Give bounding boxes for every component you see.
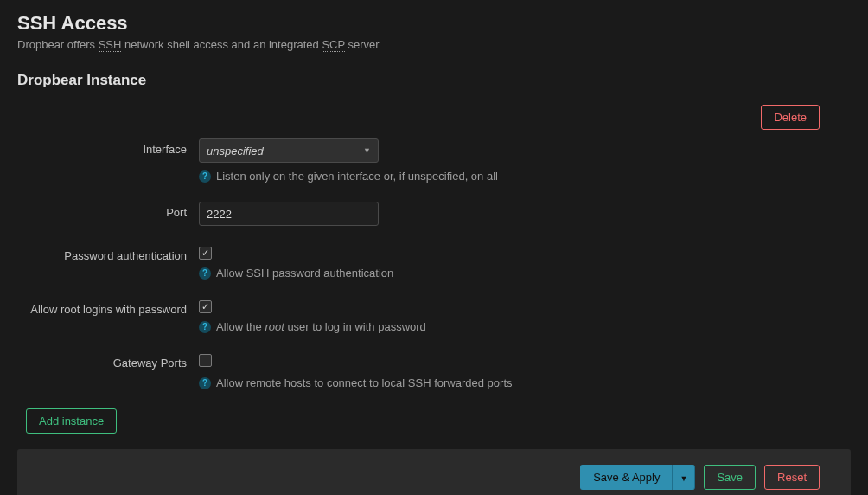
chevron-down-icon: ▼ <box>680 474 687 483</box>
hint-text: password authentication <box>269 267 393 280</box>
ssh-abbr: SSH <box>99 38 122 52</box>
gateway-hint: Allow remote hosts to connect to local S… <box>216 376 513 389</box>
subtitle-text: server <box>345 38 380 51</box>
action-bar: Save & Apply ▼ Save Reset <box>17 449 851 495</box>
hint-text: user to log in with password <box>284 320 426 333</box>
ssh-abbr: SSH <box>246 267 270 280</box>
hint-text: Allow <box>216 267 246 280</box>
help-icon: ? <box>199 321 211 333</box>
interface-label: Interface <box>17 138 199 158</box>
help-icon: ? <box>199 267 211 280</box>
port-label: Port <box>17 202 199 221</box>
gateway-label: Gateway Ports <box>17 352 199 371</box>
chevron-down-icon: ▼ <box>363 146 371 155</box>
password-auth-hint: Allow SSH password authentication <box>216 267 393 280</box>
subtitle-text: Dropbear offers <box>17 38 99 51</box>
root-login-hint: Allow the root user to log in with passw… <box>216 320 426 333</box>
interface-hint: Listen only on the given interface or, i… <box>216 170 498 183</box>
save-button[interactable]: Save <box>704 465 756 490</box>
add-instance-button[interactable]: Add instance <box>26 408 117 434</box>
gateway-checkbox[interactable] <box>199 354 212 367</box>
help-icon: ? <box>199 170 211 183</box>
section-title: Dropbear Instance <box>17 72 851 89</box>
page-title: SSH Access <box>17 12 851 35</box>
hint-text: Allow the <box>216 320 265 333</box>
help-icon: ? <box>199 377 211 389</box>
subtitle-text: network shell access and an integrated <box>121 38 322 51</box>
interface-select[interactable]: unspecified ▼ <box>199 138 379 163</box>
save-apply-dropdown[interactable]: ▼ <box>673 465 695 490</box>
reset-button[interactable]: Reset <box>764 465 820 490</box>
password-auth-label: Password authentication <box>17 245 199 264</box>
password-auth-checkbox[interactable] <box>199 247 212 260</box>
save-apply-button[interactable]: Save & Apply <box>580 465 673 490</box>
port-input[interactable] <box>199 202 379 226</box>
page-subtitle: Dropbear offers SSH network shell access… <box>17 38 851 51</box>
root-login-checkbox[interactable] <box>199 300 212 313</box>
scp-abbr: SCP <box>322 38 345 52</box>
root-login-label: Allow root logins with password <box>17 299 199 318</box>
interface-value: unspecified <box>207 145 264 158</box>
delete-button[interactable]: Delete <box>761 105 820 130</box>
root-word: root <box>265 320 284 333</box>
